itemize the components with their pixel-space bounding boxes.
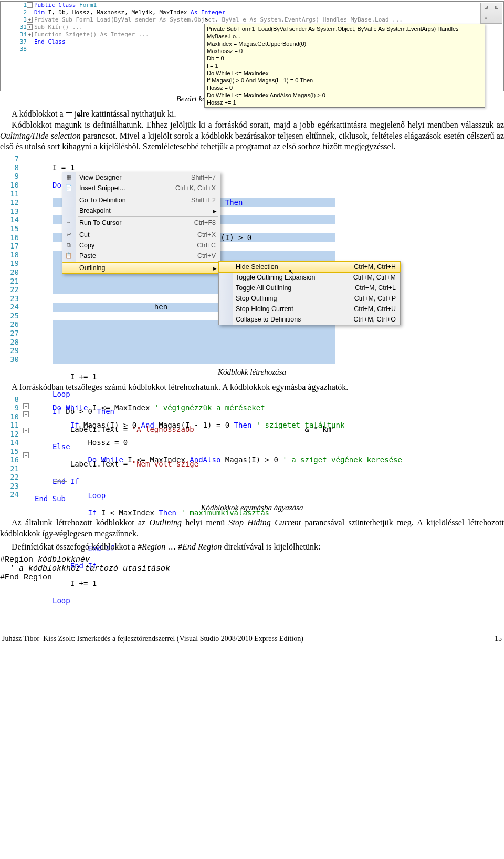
submenu-item[interactable]: Toggle All OutliningCtrl+M, Ctrl+L — [219, 283, 400, 293]
fold-minus-icon[interactable]: − — [23, 403, 29, 409]
collapsed-dots[interactable]: ... — [52, 474, 67, 482]
menu-icon: ⧉ — [65, 242, 73, 250]
menu-item[interactable]: ⧉CopyCtrl+C — [62, 240, 220, 251]
menu-icon — [65, 196, 73, 205]
menu-item[interactable]: →Run To CursorCtrl+F8 — [62, 218, 220, 228]
cursor-icon: ↖ — [204, 14, 208, 23]
menu-icon: ✂ — [65, 231, 73, 240]
submenu-item[interactable]: Collapse to DefinitionsCtrl+M, Ctrl+O — [219, 314, 400, 325]
code-tooltip: Private Sub Form1_Load(ByVal sender As S… — [204, 24, 485, 108]
page-number: 15 — [495, 635, 502, 643]
code-body: Do While I <= MaxIndex ' végignézzük a m… — [52, 395, 402, 623]
menu-item[interactable]: Go To DefinitionShift+F2 — [62, 195, 220, 205]
chevron-right-icon: ▸ — [213, 207, 217, 215]
fold-plus-icon[interactable]: + — [27, 24, 33, 30]
toolbox-panel[interactable]: ⊡ ⊞ ✏ — [480, 3, 502, 24]
tool-icon[interactable]: ⊞ — [492, 4, 501, 13]
fold-plus-icon[interactable]: + — [27, 17, 33, 23]
menu-icon: → — [65, 219, 73, 227]
screenshot-nested-blocks: 8910 111214 151621 222324 − − + + Do Whi… — [0, 395, 504, 500]
menu-item[interactable]: Outlining▸ — [62, 262, 220, 274]
screenshot-context-menu: 789 101112 131415 161718 192021 222324 2… — [0, 154, 504, 365]
menu-item[interactable]: ▦View DesignerShift+F7 — [62, 172, 220, 183]
outlining-submenu: Hide SelectionCtrl+M, Ctrl+HToggle Outli… — [218, 261, 401, 325]
line-gutter: 789 101112 131415 161718 192021 222324 2… — [0, 154, 19, 364]
submenu-item[interactable]: Toggle Outlining ExpansionCtrl+M, Ctrl+M — [219, 272, 400, 283]
menu-item[interactable]: 📋PasteCtrl+V — [62, 251, 220, 261]
submenu-item[interactable]: Hide SelectionCtrl+M, Ctrl+H — [218, 261, 401, 273]
tool-icon[interactable]: ⊡ — [481, 4, 491, 13]
menu-item[interactable]: ✂CutCtrl+X — [62, 230, 220, 240]
outline-column: − − + + — [23, 395, 29, 457]
fold-minus-icon[interactable]: − — [27, 2, 33, 8]
tool-icon[interactable]: ✏ — [481, 14, 491, 24]
submenu-item[interactable]: Stop OutliningCtrl+M, Ctrl+P — [219, 293, 400, 304]
line-gutter: 8910 111214 151621 222324 — [0, 395, 19, 499]
fold-plus-icon[interactable]: + — [27, 32, 33, 37]
fold-minus-icon[interactable]: − — [23, 411, 29, 417]
fold-plus-icon[interactable]: + — [23, 428, 29, 433]
plus-box-icon: + — [66, 112, 72, 119]
paragraph-1b: Kódblokkot magunk is definiálhatunk. Ehh… — [0, 120, 504, 152]
collapsed-dots[interactable]: ... — [52, 527, 67, 535]
screenshot-collapsed-code: 1 2 3 31 34 37 38 − + + + Public Class F… — [0, 1, 504, 91]
footer-title: Juhász Tibor–Kiss Zsolt: Ismerkedés a fe… — [2, 635, 303, 643]
menu-icon: 📋 — [65, 252, 73, 261]
page-footer: Juhász Tibor–Kiss Zsolt: Ismerkedés a fe… — [0, 635, 504, 646]
chevron-right-icon: ▸ — [213, 264, 217, 272]
menu-icon — [65, 264, 73, 273]
menu-icon: ▦ — [65, 174, 73, 182]
context-menu: ▦View DesignerShift+F7📄Insert Snippet...… — [62, 172, 220, 274]
paragraph-1a: A kódblokkot a + jelre kattintással nyit… — [0, 109, 504, 120]
line-gutter: 1 2 3 31 34 37 38 — [1, 2, 29, 91]
menu-item[interactable]: 📄Insert Snippet...Ctrl+K, Ctrl+X — [62, 183, 220, 193]
fold-plus-icon[interactable]: + — [23, 452, 29, 458]
menu-item[interactable]: Breakpoint▸ — [62, 205, 220, 216]
outline-column: − + + + — [27, 2, 33, 91]
cursor-icon: ↖ — [289, 266, 294, 276]
menu-icon — [65, 207, 73, 215]
submenu-item[interactable]: Stop Hiding CurrentCtrl+M, Ctrl+U — [219, 304, 400, 314]
menu-icon: 📄 — [65, 184, 73, 193]
